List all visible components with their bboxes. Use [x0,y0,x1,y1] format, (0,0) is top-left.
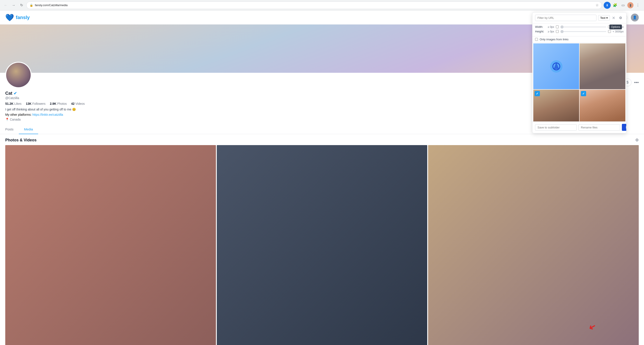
profile-name: Cat [5,91,12,96]
only-images-row: Only images from links [532,36,626,42]
rename-files-input[interactable] [578,124,620,131]
back-button[interactable]: ← [3,2,9,8]
address-bar: 🔒 ☆ [26,2,602,9]
extension-popup: Text ▾ ✕ ⚙ Options Width: ≥ 0px < 3000px [532,12,626,133]
popup-image-4[interactable]: ✓ [580,90,625,122]
media-thumb-3[interactable] [428,145,639,345]
height-min-label: ≥ 0px [548,30,554,33]
type-select-label: Text [600,16,606,20]
filter-bar: Text ▾ ✕ ⚙ Options [532,12,626,24]
reload-button[interactable]: ↻ [18,2,24,8]
chevron-down-icon: ▾ [606,16,608,20]
download-button[interactable]: Download [622,124,626,131]
height-max-label: < 3000px [613,30,624,33]
media-section: Photos & Videos ⚙ [0,134,644,345]
width-slider-thumb[interactable] [560,26,564,28]
profile-button[interactable]: ▮ [627,2,634,8]
logo-svg [550,60,563,73]
width-slider[interactable] [560,26,606,28]
only-images-checkbox[interactable] [535,38,538,41]
filter-close-icon[interactable]: ✕ [612,15,616,21]
star-icon[interactable]: ☆ [596,3,599,7]
popup-image-2[interactable] [580,44,625,89]
popup-images-grid: ✓ ✓ [532,42,626,122]
lock-icon: 🔒 [30,4,33,7]
image-thumbnail-1 [533,44,579,89]
profile-link[interactable]: https://linktr.ee/catziilla [32,113,63,116]
forward-button[interactable]: → [10,2,17,8]
popup-image-1[interactable] [533,44,579,89]
width-min-label: ≥ 0px [548,26,554,28]
popup-bottom-bar: Download [532,122,626,133]
fansly-logo-text: fansly [16,15,30,20]
menu-button[interactable]: ⋮ [634,2,641,9]
more-options-icon[interactable]: ••• [634,80,639,85]
image-thumbnail-2 [580,44,625,89]
media-settings-icon[interactable]: ⚙ [635,138,639,142]
save-subfolder-input[interactable] [535,124,577,131]
avatar-image [6,63,31,87]
height-slider-thumb[interactable] [560,30,564,33]
page-content: 💙 fansly 🔔 $0 👤 ✉ $ ••• Cat ✔ @Catziilla [0,10,644,345]
image-thumbnail-4 [580,90,625,122]
videos-stat: 42 Videos [71,102,84,106]
download-extension-button[interactable]: ⬇ [604,2,611,9]
browser-actions: ⬇ 🧩 ▭ ▮ ⋮ [604,2,641,9]
user-avatar[interactable]: 👤 [631,14,639,22]
media-thumb-2[interactable] [217,145,428,345]
media-grid [5,145,639,345]
likes-stat: 51.2K Likes [5,102,22,106]
tab-media[interactable]: Media [19,125,38,134]
location-icon: 📍 [5,118,9,121]
media-thumb-1[interactable] [5,145,216,345]
options-tooltip: Options [609,24,622,29]
popup-image-3[interactable]: ✓ [533,90,579,122]
followers-stat: 13K Followers [26,102,45,106]
height-label: Height: [535,30,546,33]
profile-avatar [5,62,32,88]
type-select[interactable]: Text ▾ [598,15,610,20]
image-3-checkbox[interactable]: ✓ [534,91,540,96]
filter-url-input[interactable] [535,15,596,21]
media-section-title: Photos & Videos [5,138,36,142]
image-4-checkbox[interactable]: ✓ [581,91,586,96]
width-min-checkbox[interactable] [556,26,559,28]
fansly-logo-icon: 💙 [5,13,14,22]
tab-posts[interactable]: Posts [0,125,19,134]
width-label: Width: [535,25,546,28]
height-max-checkbox[interactable] [608,30,611,33]
fansly-logo: 💙 fansly [5,13,30,22]
url-input[interactable] [35,4,594,7]
extensions-button[interactable]: 🧩 [612,2,618,9]
height-min-checkbox[interactable] [556,30,559,33]
browser-chrome: ← → ↻ 🔒 ☆ ⬇ 🧩 ▭ ▮ ⋮ [0,0,644,10]
height-slider[interactable] [560,31,606,32]
height-filter-row: Height: ≥ 0px < 3000px [535,30,624,33]
image-thumbnail-3 [533,90,579,122]
options-gear-button[interactable]: ⚙ Options [618,15,624,21]
only-images-label: Only images from links [540,38,568,41]
verified-badge-icon: ✔ [14,91,17,96]
split-view-button[interactable]: ▭ [620,2,626,9]
media-header: Photos & Videos ⚙ [5,138,639,142]
gear-icon: ⚙ [619,16,622,20]
photos-stat: 2.9K Photos [50,102,67,106]
